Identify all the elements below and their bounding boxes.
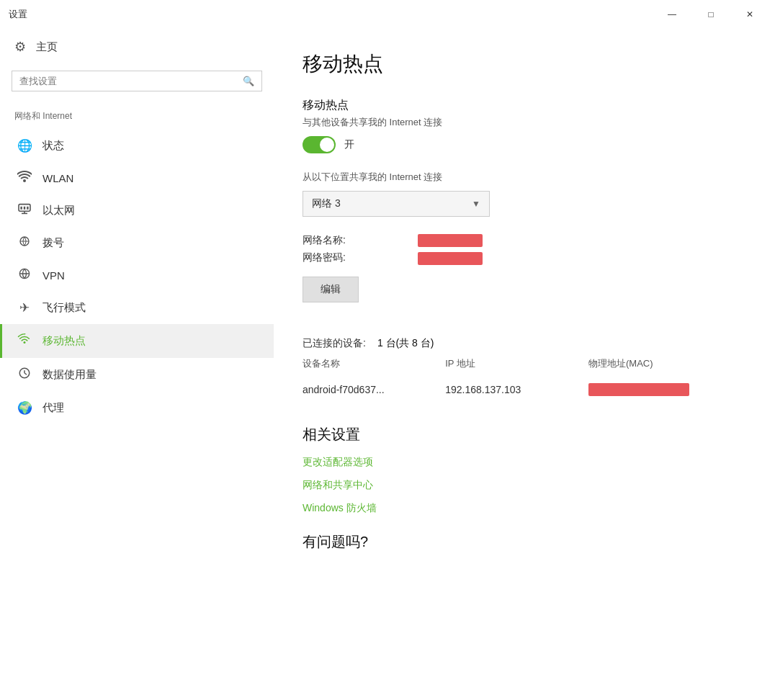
sidebar-item-airplane[interactable]: ✈ 飞行模式 [0,292,274,324]
hotspot-section: 移动热点 与其他设备共享我的 Internet 连接 开 [303,98,746,153]
app-container: ⚙ 主页 🔍 网络和 Internet 🌐 状态 WLAN [0,29,775,700]
hotspot-label: 移动热点 [42,334,86,348]
svg-point-8 [24,341,26,344]
chevron-down-icon: ▼ [472,199,480,209]
toggle-state-label: 开 [344,138,354,151]
airplane-icon: ✈ [17,300,32,315]
link-adapter-options[interactable]: 更改适配器选项 [303,456,746,469]
toggle-row: 开 [303,136,746,153]
svg-rect-2 [24,207,25,210]
search-icon: 🔍 [243,76,254,86]
proxy-label: 代理 [42,401,64,415]
airplane-label: 飞行模式 [42,301,86,315]
ethernet-label: 以太网 [42,204,75,217]
section-header: 网络和 Internet [0,103,274,130]
link-firewall[interactable]: Windows 防火墙 [303,502,746,515]
toggle-knob [320,138,334,152]
sidebar-item-ethernet[interactable]: 以太网 [0,194,274,227]
device-table: 设备名称 IP 地址 物理地址(MAC) android-f70d637... … [303,357,746,403]
vpn-icon [17,268,32,283]
minimize-button[interactable]: — [655,3,689,26]
search-box: 🔍 [12,71,262,91]
status-label: 状态 [42,139,64,153]
connected-value: 1 台(共 8 台) [377,337,434,350]
network-name-value [418,234,746,247]
hotspot-toggle[interactable] [303,136,336,153]
faq-section: 有问题吗? [303,532,746,552]
network-password-value [418,251,746,264]
table-row: android-f70d637... 192.168.137.103 [303,376,746,403]
sidebar-item-datausage[interactable]: 数据使用量 [0,358,274,392]
svg-rect-3 [27,207,28,210]
link-sharing-center[interactable]: 网络和共享中心 [303,479,746,492]
titlebar: 设置 — □ ✕ [0,0,775,29]
device-name: android-f70d637... [303,376,445,403]
content-area: 移动热点 移动热点 与其他设备共享我的 Internet 连接 开 从以下位置共… [274,29,775,700]
share-label: 从以下位置共享我的 Internet 连接 [303,171,746,184]
search-input[interactable] [19,76,243,86]
close-button[interactable]: ✕ [733,3,766,26]
sidebar-home[interactable]: ⚙ 主页 [0,29,274,65]
dialup-icon [17,235,32,251]
network-password-label: 网络密码: [303,251,418,264]
home-icon: ⚙ [14,39,26,55]
network-name-redacted [418,234,483,247]
svg-rect-1 [20,207,22,210]
related-settings-title: 相关设置 [303,425,746,444]
sidebar-item-dialup[interactable]: 拨号 [0,227,274,259]
connected-label: 已连接的设备: [303,337,366,350]
devices-section: 已连接的设备: 1 台(共 8 台) 设备名称 IP 地址 物理地址(MAC) … [303,337,746,403]
maximize-button[interactable]: □ [694,3,727,26]
datausage-label: 数据使用量 [42,368,97,382]
hotspot-title: 移动热点 [303,98,746,113]
datausage-icon [17,367,32,383]
vpn-label: VPN [42,269,65,282]
sidebar-item-vpn[interactable]: VPN [0,259,274,292]
sidebar-item-proxy[interactable]: 🌍 代理 [0,392,274,424]
share-section: 从以下位置共享我的 Internet 连接 网络 3 ▼ [303,171,746,217]
faq-title: 有问题吗? [303,532,746,552]
sidebar: ⚙ 主页 🔍 网络和 Internet 🌐 状态 WLAN [0,29,274,700]
status-icon: 🌐 [17,138,32,153]
app-title: 设置 [9,8,27,21]
network-info-section: 网络名称: 网络密码: 编辑 [303,234,746,320]
window-controls: — □ ✕ [655,3,766,26]
proxy-icon: 🌍 [17,400,32,416]
device-ip: 192.168.137.103 [445,376,588,403]
wlan-label: WLAN [42,172,73,184]
home-label: 主页 [36,40,58,54]
dropdown-value: 网络 3 [312,197,341,210]
edit-button[interactable]: 编辑 [303,277,359,302]
col-header-mac: 物理地址(MAC) [588,357,746,376]
col-header-name: 设备名称 [303,357,445,376]
sidebar-item-wlan[interactable]: WLAN [0,162,274,194]
page-title: 移动热点 [303,50,746,78]
network-password-redacted [418,252,483,265]
hotspot-icon [17,333,32,349]
device-mac [588,376,746,403]
network-info-grid: 网络名称: 网络密码: [303,234,746,265]
hotspot-subtitle: 与其他设备共享我的 Internet 连接 [303,116,746,129]
sidebar-item-hotspot[interactable]: 移动热点 [0,324,274,358]
dialup-label: 拨号 [42,236,64,250]
col-header-ip: IP 地址 [445,357,588,376]
network-dropdown[interactable]: 网络 3 ▼ [303,191,490,217]
wlan-icon [17,171,32,186]
ethernet-icon [17,203,32,218]
related-settings-section: 相关设置 更改适配器选项 网络和共享中心 Windows 防火墙 [303,425,746,515]
sidebar-item-status[interactable]: 🌐 状态 [0,130,274,162]
network-name-label: 网络名称: [303,234,418,247]
